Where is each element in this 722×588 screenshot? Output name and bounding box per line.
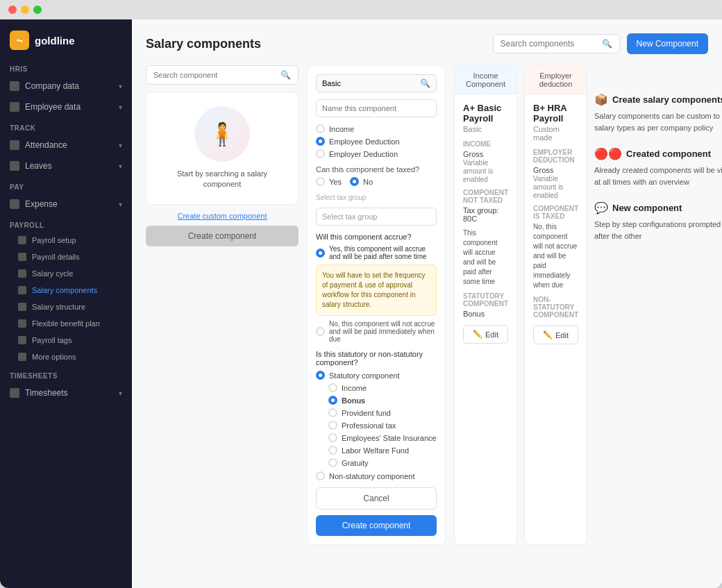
form-search-box: 🔍 <box>316 74 437 92</box>
salary-cycle-icon <box>18 269 26 278</box>
tooltip-created: 🔴🔴 Created component Already created com… <box>594 147 722 187</box>
sidebar-item-more-options[interactable]: More options <box>0 348 132 365</box>
not-taxed-label: Component not taxed <box>463 189 508 204</box>
tooltip-create-header: 📦 Create salary components <box>594 93 722 106</box>
employer-taxed-label: Component is taxed <box>533 205 578 220</box>
sidebar-item-timesheets[interactable]: Timesheets ▾ <box>0 383 132 403</box>
income-label: Income <box>463 140 508 148</box>
sidebar-item-payroll-details[interactable]: Payroll details <box>0 249 132 265</box>
sidebar: ⏦ goldline HRIS Company data ▾ Employee … <box>0 19 132 588</box>
radio-income-circle <box>316 124 325 133</box>
tax-group-select[interactable]: Select tax group <box>316 208 437 226</box>
sidebar-item-expense[interactable]: Expense ▾ <box>0 194 132 215</box>
radio-non-statutory[interactable]: Non-statutory component <box>316 471 437 480</box>
sub-bonus[interactable]: Bonus <box>328 396 437 405</box>
page-title: Salary components <box>146 37 261 51</box>
create-custom-link[interactable]: Create custom component <box>146 212 299 220</box>
create-tooltip-text: Salary components can be custom to fit s… <box>594 110 722 133</box>
chevron-icon: ▾ <box>119 142 122 149</box>
income-gross: Gross Variable amount is enabled <box>463 150 508 183</box>
radio-employee-deduction[interactable]: Employee Deduction <box>316 137 437 146</box>
component-type-group: Income Employee Deduction Employer Deduc… <box>316 124 437 158</box>
sidebar-item-payroll-setup[interactable]: Payroll setup <box>0 232 132 249</box>
statutory-sub-options: Income Bonus Provident fund <box>316 383 437 467</box>
sidebar-item-attendance[interactable]: Attendance ▾ <box>0 135 132 156</box>
sidebar-item-salary-cycle[interactable]: Salary cycle <box>0 265 132 282</box>
sidebar-item-employee-data[interactable]: Employee data ▾ <box>0 96 132 117</box>
new-component-button[interactable]: New Component <box>627 33 708 54</box>
income-edit-button[interactable]: ✏️ Edit <box>463 325 508 344</box>
employer-edit-button[interactable]: ✏️ Edit <box>533 326 578 344</box>
sidebar-item-company-data[interactable]: Company data ▾ <box>0 76 132 96</box>
create-component-button[interactable]: Create component <box>146 226 299 246</box>
radio-yes-taxed[interactable]: Yes <box>316 177 342 186</box>
component-name-input[interactable] <box>316 99 437 117</box>
sidebar-item-salary-components[interactable]: Salary components <box>0 282 132 299</box>
tooltip-new-header: 💬 New component <box>594 201 722 215</box>
sub-provident-circle <box>328 408 337 417</box>
employer-component-card: Employer deduction B+ HRA Payroll Custom… <box>524 65 587 545</box>
sub-esi[interactable]: Employees' State Insurance <box>328 433 437 442</box>
select-tax-label: Select tax group <box>316 194 437 201</box>
accrue-yes-circle <box>316 249 325 258</box>
close-dot[interactable] <box>8 6 17 14</box>
sub-income[interactable]: Income <box>328 383 437 392</box>
income-comp-name: A+ Basic Payroll <box>463 103 508 124</box>
employer-comp-type: Custom made <box>533 125 578 142</box>
sub-professional-tax[interactable]: Professional tax <box>328 421 437 430</box>
submit-button[interactable]: Create component <box>316 515 437 536</box>
sub-labor-welfare[interactable]: Labor Welfare Fund <box>328 446 437 455</box>
minimize-dot[interactable] <box>21 6 29 14</box>
radio-accrue-yes[interactable]: Yes, this component will accrue and will… <box>316 245 437 260</box>
illustration-text: Start by searching a salary component <box>160 169 284 190</box>
sub-income-circle <box>328 383 337 392</box>
chevron-icon: ▾ <box>119 103 122 111</box>
chevron-icon: ▾ <box>119 83 122 90</box>
main-search-box: 🔍 <box>493 34 620 53</box>
non-statutory-circle <box>316 471 325 480</box>
salary-structure-icon <box>18 303 26 311</box>
section-track: Track <box>0 117 132 135</box>
payroll-setup-icon <box>18 236 26 244</box>
section-hris: HRIS <box>0 58 132 76</box>
main-search-input[interactable] <box>501 39 598 49</box>
sub-gratuity[interactable]: Gratuity <box>328 458 437 467</box>
accrue-section: Will this component accrue? Yes, this co… <box>316 233 437 343</box>
employer-gross-sub: Variable amount is enabled <box>533 175 563 199</box>
radio-income[interactable]: Income <box>316 124 437 133</box>
sidebar-item-salary-structure[interactable]: Salary structure <box>0 299 132 315</box>
maximize-dot[interactable] <box>33 6 42 14</box>
created-tooltip-text: Already created components will be visib… <box>594 165 722 187</box>
form-search-input[interactable] <box>322 79 417 87</box>
tax-group-value: Tax group: 80C <box>463 206 508 223</box>
payroll-details-icon <box>18 253 26 261</box>
leaves-icon <box>10 161 19 171</box>
component-search-input[interactable] <box>153 71 276 79</box>
income-card-header: Income Component <box>455 66 517 94</box>
logo-icon: ⏦ <box>10 31 29 50</box>
statutory-sub-value: Bonus <box>463 310 508 318</box>
content-with-tooltips: 🔍 🧍 Start by searching a salary componen… <box>146 65 708 545</box>
search-icon: 🔍 <box>602 39 612 49</box>
radio-employer-deduction[interactable]: Employer Deduction <box>316 149 437 158</box>
cancel-button[interactable]: Cancel <box>316 487 437 510</box>
sub-provident[interactable]: Provident fund <box>328 408 437 417</box>
section-timesheets: Timesheets <box>0 365 132 383</box>
employer-statutory-label: Non-statutory component <box>533 296 578 319</box>
radio-accrue-no[interactable]: No, this component will not accrue and w… <box>316 320 437 343</box>
sidebar-item-leaves[interactable]: Leaves ▾ <box>0 156 132 176</box>
component-search-box: 🔍 <box>146 65 299 85</box>
radio-employee-deduction-circle <box>316 137 325 146</box>
accrue-note-text: You will have to set the frequency of pa… <box>322 271 426 308</box>
sidebar-item-payroll-tags[interactable]: Payroll tags <box>0 332 132 348</box>
attendance-icon <box>10 140 19 150</box>
sub-labor-welfare-circle <box>328 446 337 455</box>
salary-components-icon <box>18 286 26 294</box>
radio-statutory[interactable]: Statutory component <box>316 371 437 380</box>
income-card-body: A+ Basic Payroll Basic Income Gross Vari… <box>455 94 517 352</box>
timesheets-icon <box>10 388 19 398</box>
main-content: Salary components 🔍 New Component <box>132 19 722 588</box>
sidebar-item-flexible-benefit[interactable]: Flexible benefit plan <box>0 315 132 332</box>
accrue-question: Will this component accrue? <box>316 233 437 241</box>
radio-no-taxed[interactable]: No <box>350 177 373 186</box>
